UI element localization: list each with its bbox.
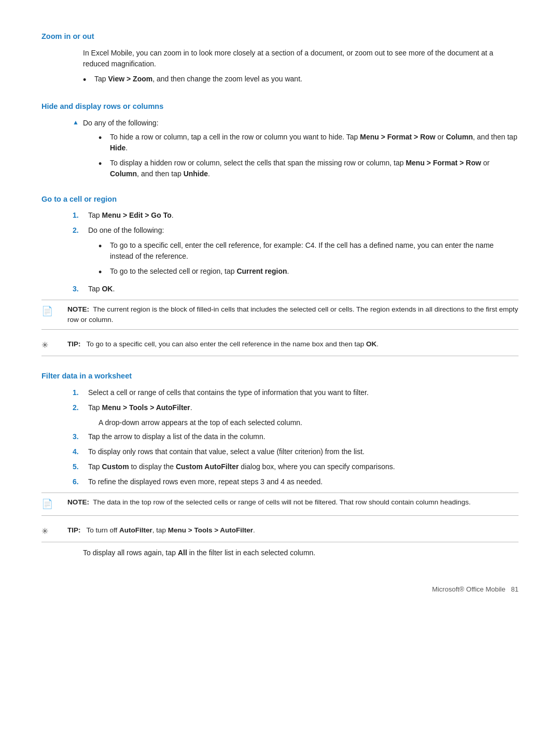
goto-step-2: 2. Do one of the following: [73,225,519,236]
filter-step-3: 3. Tap the arrow to display a list of th… [73,431,519,442]
filter-section: Filter data in a worksheet 1. Select a c… [41,371,519,558]
goto-step-3-num: 3. [73,284,88,294]
goto-step-2-num: 2. [73,225,88,236]
filter-heading: Filter data in a worksheet [41,371,519,382]
hide-display-triangle: ▲ Do any of the following: [73,118,519,129]
zoom-section: Zoom in or out In Excel Mobile, you can … [41,31,519,87]
goto-note-text: NOTE: The current region is the block of… [67,304,519,326]
goto-step-3-text: Tap OK. [88,284,519,294]
goto-note: 📄 NOTE: The current region is the block … [41,300,519,330]
hide-bullet-2-text: To display a hidden row or column, selec… [110,158,519,179]
filter-step-6-text: To refine the displayed rows even more, … [88,476,519,487]
filter-step-6-num: 6. [73,476,88,487]
filter-step-5-num: 5. [73,461,88,472]
goto-heading: Go to a cell or region [41,194,519,205]
hide-display-triangle-text: Do any of the following: [83,118,519,129]
filter-step-1: 1. Select a cell or range of cells that … [73,387,519,398]
goto-tip: ✳ TIP: To go to a specific cell, you can… [41,335,519,356]
goto-sub-bullets: • To go to a specific cell, enter the ce… [57,240,519,279]
note-icon: 📄 [41,304,67,318]
goto-step-1: 1. Tap Menu > Edit > Go To. [73,210,519,221]
goto-tip-text: TIP: To go to a specific cell, you can a… [67,339,519,349]
goto-sub-bullet-2: • To go to the selected cell or region, … [99,266,519,279]
filter-step-4-num: 4. [73,446,88,457]
bullet-dot-icon: • [99,240,110,253]
filter-step-2-num: 2. [73,402,88,413]
filter-step-4: 4. To display only rows that contain tha… [73,446,519,457]
filter-step-3-text: Tap the arrow to display a list of the d… [88,431,519,442]
filter-step-5-text: Tap Custom to display the Custom AutoFil… [88,461,519,472]
bullet-dot-icon: • [99,266,110,279]
filter-step-5: 5. Tap Custom to display the Custom Auto… [73,461,519,472]
hide-display-heading: Hide and display rows or columns [41,101,519,113]
filter-tip-text: TIP: To turn off AutoFilter, tap Menu > … [67,525,519,536]
filter-note: 📄 NOTE: The data in the top row of the s… [41,493,519,516]
goto-step-1-num: 1. [73,210,88,221]
goto-sub-bullet-1-text: To go to a specific cell, enter the cell… [110,240,519,262]
filter-step-1-num: 1. [73,387,88,398]
zoom-body: In Excel Mobile, you can zoom in to look… [83,48,519,69]
triangle-icon: ▲ [73,118,83,128]
page-footer: Microsoft® Office Mobile 81 [41,579,519,595]
goto-section: Go to a cell or region 1. Tap Menu > Edi… [41,194,519,356]
filter-step-4-text: To display only rows that contain that v… [88,446,519,457]
goto-step-2-text: Do one of the following: [88,225,519,236]
filter-step-2-text: Tap Menu > Tools > AutoFilter. [88,402,519,413]
filter-step-2: 2. Tap Menu > Tools > AutoFilter. [73,402,519,413]
filter-step-2-sub: A drop-down arrow appears at the top of … [99,417,519,428]
goto-step-3: 3. Tap OK. [73,284,519,294]
bullet-dot-icon: • [99,132,110,145]
filter-step-6: 6. To refine the displayed rows even mor… [73,476,519,487]
hide-display-bullets: • To hide a row or column, tap a cell in… [57,132,519,179]
filter-final-text: To display all rows again, tap All in th… [83,547,519,558]
goto-step-1-text: Tap Menu > Edit > Go To. [88,210,519,221]
filter-note-text: NOTE: The data in the top row of the sel… [67,497,519,508]
footer-text: Microsoft® Office Mobile [432,585,506,593]
goto-sub-bullet-1: • To go to a specific cell, enter the ce… [99,240,519,262]
goto-sub-bullet-2-text: To go to the selected cell or region, ta… [110,266,519,277]
bullet-dot-icon: • [83,74,94,87]
footer-page: 81 [511,585,519,593]
zoom-heading: Zoom in or out [41,31,519,43]
zoom-bullet: • Tap View > Zoom, and then change the z… [83,74,519,87]
tip-icon: ✳ [41,339,67,352]
tip-icon: ✳ [41,525,67,538]
hide-bullet-2: • To display a hidden row or column, sel… [99,158,519,179]
filter-step-3-num: 3. [73,431,88,442]
hide-bullet-1: • To hide a row or column, tap a cell in… [99,132,519,153]
hide-bullet-1-text: To hide a row or column, tap a cell in t… [110,132,519,153]
filter-step-1-text: Select a cell or range of cells that con… [88,387,519,398]
filter-tip: ✳ TIP: To turn off AutoFilter, tap Menu … [41,521,519,542]
hide-display-section: Hide and display rows or columns ▲ Do an… [41,101,519,179]
note-icon: 📄 [41,497,67,511]
bullet-dot-icon: • [99,158,110,171]
zoom-bullet-text: Tap View > Zoom, and then change the zoo… [94,74,519,85]
